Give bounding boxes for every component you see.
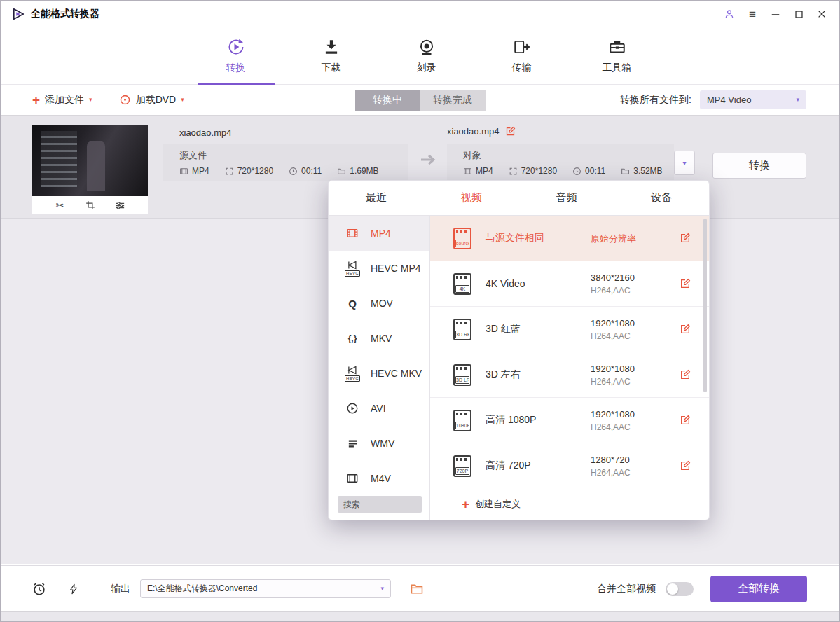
edit-preset-icon[interactable] xyxy=(680,233,691,244)
high-speed-lightning-icon[interactable] xyxy=(68,582,79,596)
output-path-value: E:\全能格式转换器\Converted xyxy=(147,583,257,595)
convert-icon xyxy=(226,37,246,57)
video-thumbnail[interactable] xyxy=(32,125,148,196)
tab-completed[interactable]: 转换完成 xyxy=(420,90,486,111)
format-list: MP4 HEVC HEVC MP4 Q MOV xyxy=(329,216,430,488)
clock-icon xyxy=(289,167,298,176)
merge-toggle[interactable] xyxy=(666,582,694,596)
convert-row-button[interactable]: 转换 xyxy=(712,153,806,179)
add-file-button[interactable]: + 添加文件 ▾ xyxy=(32,93,92,106)
format-item-hevc-mp4[interactable]: HEVC HEVC MP4 xyxy=(329,251,429,286)
folder-icon xyxy=(337,167,346,176)
preset-row-4k[interactable]: 4K 4K Video 3840*2160 H264,AAC xyxy=(430,261,709,307)
toggle-knob xyxy=(667,583,678,595)
format-item-m4v[interactable]: M4V xyxy=(329,461,429,488)
film-icon xyxy=(463,167,472,176)
format-item-wmv[interactable]: WMV xyxy=(329,426,429,461)
hevc-film-icon: HEVC xyxy=(343,366,362,382)
video-thumbnail-card: ✂ xyxy=(32,125,148,214)
circle-play-icon xyxy=(343,402,362,415)
minimize-button[interactable] xyxy=(769,8,782,20)
film-icon xyxy=(343,472,362,485)
target-filename-row: xiaodao.mp4 xyxy=(447,126,516,137)
edit-preset-icon[interactable] xyxy=(680,369,691,380)
edit-preset-icon[interactable] xyxy=(680,278,691,289)
transfer-icon xyxy=(513,37,531,57)
preset-row-1080p[interactable]: 1080P 高清 1080P 1920*1080 H264,AAC xyxy=(430,398,709,443)
convert-to-group: 转换所有文件到: MP4 Video ▾ xyxy=(620,90,806,109)
source-info-box: 源文件 MP4 720*1280 xyxy=(163,144,408,181)
sliders-icon xyxy=(115,200,125,211)
create-custom-button[interactable]: + 创建自定义 xyxy=(462,497,521,511)
preset-row-720p[interactable]: 720P 高清 720P 1280*720 H264,AAC xyxy=(430,443,709,488)
plus-icon: + xyxy=(32,93,40,106)
effects-button[interactable] xyxy=(113,198,128,212)
trim-button[interactable]: ✂ xyxy=(53,198,67,212)
format-item-avi[interactable]: AVI xyxy=(329,391,429,426)
popup-tab-video[interactable]: 视频 xyxy=(424,181,519,215)
source-duration: 00:11 xyxy=(289,166,322,176)
source-filename: xiaodao.mp4 xyxy=(179,127,231,138)
output-label: 输出 xyxy=(111,583,130,595)
convert-all-button[interactable]: 全部转换 xyxy=(710,576,807,602)
scissors-icon: ✂ xyxy=(56,200,64,211)
popup-tab-audio[interactable]: 音频 xyxy=(519,181,614,215)
account-icon[interactable] xyxy=(723,8,736,20)
edit-preset-icon[interactable] xyxy=(680,460,691,471)
tab-transfer[interactable]: 传输 xyxy=(490,27,554,84)
format-dropdown-button[interactable]: ▾ xyxy=(674,151,695,175)
main-nav: 转换 下载 刻录 xyxy=(1,27,839,85)
folder-icon xyxy=(621,167,630,176)
rename-edit-icon[interactable] xyxy=(505,126,516,137)
burn-disc-icon xyxy=(418,37,436,57)
toolbox-icon xyxy=(608,37,626,57)
edit-preset-icon[interactable] xyxy=(680,415,691,426)
format-item-hevc-mkv[interactable]: HEVC HEVC MKV xyxy=(329,356,429,391)
tab-download[interactable]: 下载 xyxy=(299,27,364,84)
caret-down-icon: ▾ xyxy=(181,97,184,103)
crop-button[interactable] xyxy=(83,198,97,212)
output-format-select[interactable]: MP4 Video ▾ xyxy=(700,90,806,109)
format-item-mp4[interactable]: MP4 xyxy=(329,216,429,251)
tab-toolbox[interactable]: 工具箱 xyxy=(585,27,649,84)
app-logo-icon xyxy=(12,8,25,20)
preset-row-same-as-source[interactable]: source 与源文件相同 原始分辨率 xyxy=(430,216,709,261)
edit-preset-icon[interactable] xyxy=(680,324,691,335)
titlebar: 全能格式转换器 ≡ xyxy=(1,1,839,27)
target-size: 3.52MB xyxy=(621,166,662,176)
app-title: 全能格式转换器 xyxy=(31,8,99,20)
tab-convert[interactable]: 转换 xyxy=(204,27,268,84)
film-icon xyxy=(179,167,188,176)
tab-converting[interactable]: 转换中 xyxy=(355,90,420,111)
scrollbar-thumb[interactable] xyxy=(703,219,707,392)
window-footer-strip xyxy=(1,611,839,622)
preset-row-3d-leftright[interactable]: 3D LR 3D 左右 1920*1080 H264,AAC xyxy=(430,352,709,398)
load-dvd-button[interactable]: 加载DVD ▾ xyxy=(119,94,184,106)
quicktime-icon: Q xyxy=(343,298,362,310)
schedule-alarm-icon[interactable] xyxy=(32,581,47,597)
search-input[interactable] xyxy=(338,496,422,513)
target-info-box: 对象 MP4 720*1280 xyxy=(447,144,674,181)
menu-icon[interactable]: ≡ xyxy=(746,8,759,20)
popup-tab-device[interactable]: 设备 xyxy=(614,181,709,215)
open-folder-icon[interactable] xyxy=(409,582,425,596)
convert-to-label: 转换所有文件到: xyxy=(620,94,691,106)
plus-icon: + xyxy=(462,497,469,511)
bottombar: 输出 E:\全能格式转换器\Converted ▾ 合并全部视频 全部转换 xyxy=(1,565,839,611)
format-item-mov[interactable]: Q MOV xyxy=(329,286,429,321)
preset-icon: 4K xyxy=(453,273,471,295)
popup-tab-recent[interactable]: 最近 xyxy=(329,181,424,215)
preset-icon: 3D RB xyxy=(453,319,471,340)
divider xyxy=(95,580,95,598)
format-item-mkv[interactable]: {,} MKV xyxy=(329,321,429,356)
source-resolution: 720*1280 xyxy=(225,166,273,176)
dvd-icon xyxy=(119,94,131,106)
output-path-select[interactable]: E:\全能格式转换器\Converted ▾ xyxy=(140,579,391,598)
tab-burn[interactable]: 刻录 xyxy=(394,27,459,84)
popup-tabs: 最近 视频 音频 设备 xyxy=(329,181,709,216)
preset-icon: 1080P xyxy=(453,410,471,431)
close-button[interactable] xyxy=(815,8,828,20)
format-popup: 最近 视频 音频 设备 MP4 HEVC HEVC MP4 xyxy=(328,180,710,520)
preset-row-3d-redblue[interactable]: 3D RB 3D 红蓝 1920*1080 H264,AAC xyxy=(430,307,709,352)
maximize-button[interactable] xyxy=(792,8,805,20)
